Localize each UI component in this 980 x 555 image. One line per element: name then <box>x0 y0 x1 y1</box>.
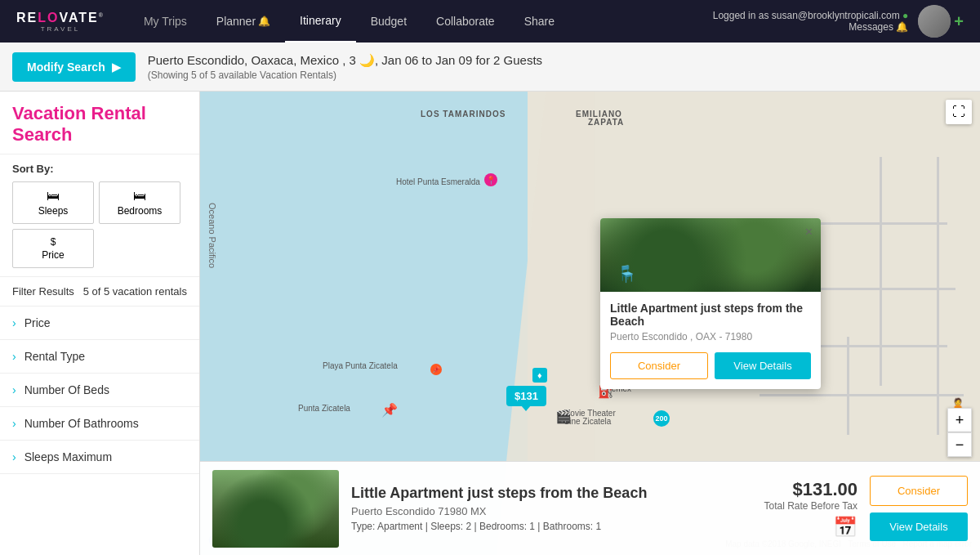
messages-label[interactable]: Messages <box>849 21 893 33</box>
logo-sub: TRAVEL <box>16 25 105 33</box>
map-label-playa: Playa Punta Zicatela <box>323 361 398 370</box>
avatar-image <box>918 5 951 38</box>
sort-bedrooms-button[interactable]: 🛏 Bedrooms <box>99 181 180 224</box>
online-indicator: ● <box>902 10 908 21</box>
modify-arrow-icon: ▶ <box>112 60 121 74</box>
popup-photo <box>600 218 821 292</box>
filter-rental-type[interactable]: › Rental Type <box>0 340 199 374</box>
nav-share[interactable]: Share <box>510 0 569 43</box>
result-action-buttons: Consider View Details <box>870 476 968 541</box>
map-label-punta: Punta Zicatela <box>298 404 350 413</box>
zoom-out-button[interactable]: − <box>947 432 972 457</box>
filter-rental-type-label: Rental Type <box>24 350 85 363</box>
map-pin-hotel: 📍 <box>484 173 497 186</box>
popup-property-image <box>600 218 821 292</box>
result-price-label: Total Rate Before Tax <box>764 500 858 512</box>
result-panel: Little Apartment just steps from the Bea… <box>200 461 980 555</box>
planner-bell-icon: 🔔 <box>258 16 270 27</box>
map-label-zapata: ZAPATA <box>588 118 624 127</box>
main-nav: My Trips Planner🔔 Itinerary Budget Colla… <box>129 0 713 43</box>
price-bubble-small[interactable]: ♦ <box>532 368 547 383</box>
map-road-v3 <box>847 337 849 435</box>
filter-price[interactable]: › Price <box>0 307 199 340</box>
zoom-controls: + − <box>947 408 972 457</box>
popup-close-button[interactable]: × <box>805 225 813 239</box>
filter-number-of-beds[interactable]: › Number Of Beds <box>0 374 199 407</box>
zoom-in-button[interactable]: + <box>947 408 972 432</box>
map-road-v2 <box>880 157 882 386</box>
chevron-right-icon: › <box>12 316 16 329</box>
add-icon[interactable]: + <box>954 12 964 31</box>
search-bar: Modify Search ▶ Puerto Escondido, Oaxaca… <box>0 43 980 92</box>
logo-r: RE <box>16 11 38 25</box>
popup-action-buttons: Consider View Details <box>610 352 811 379</box>
bedrooms-label: Bedrooms <box>118 205 163 217</box>
chevron-right-icon: › <box>12 450 16 463</box>
search-sub-text: (Showing 5 of 5 available Vacation Renta… <box>148 69 542 81</box>
price-label: Price <box>42 249 64 261</box>
header: RELOVATE® TRAVEL My Trips Planner🔔 Itine… <box>0 0 980 43</box>
sort-by-section: Sort By: 🛏 Sleeps 🛏 Bedrooms $ Price <box>0 154 199 277</box>
sleeps-icon: 🛏 <box>47 189 60 204</box>
chevron-right-icon: › <box>12 350 16 363</box>
result-details: Type: Apartment | Sleeps: 2 | Bedrooms: … <box>351 521 751 532</box>
header-user-info: Logged in as susan@brooklyntropicali.com… <box>713 10 909 33</box>
chevron-right-icon: › <box>12 417 16 430</box>
popup-consider-button[interactable]: Consider <box>610 352 708 379</box>
sidebar: Vacation Rental Search Sort By: 🛏 Sleeps… <box>0 92 200 555</box>
nav-budget[interactable]: Budget <box>356 0 421 43</box>
map-pin-200: 200 <box>653 410 670 427</box>
nav-collaborate[interactable]: Collaborate <box>421 0 510 43</box>
nav-planner[interactable]: Planner🔔 <box>202 0 285 43</box>
nav-my-trips[interactable]: My Trips <box>129 0 202 43</box>
search-main-text: Puerto Escondido, Oaxaca, Mexico , 3 🌙, … <box>148 53 542 68</box>
map-label-oceano: Oceano Pacifico <box>207 203 217 268</box>
filter-results-bar: Filter Results 5 of 5 vacation rentals <box>0 277 199 307</box>
fullscreen-icon: ⛶ <box>952 105 965 119</box>
sidebar-title: Vacation Rental Search <box>0 92 199 154</box>
result-price-section: $131.00 Total Rate Before Tax 📅 <box>764 479 858 539</box>
filter-results-count: 5 of 5 vacation rentals <box>83 285 187 298</box>
result-location: Puerto Escondido 71980 MX <box>351 505 751 517</box>
map-pin-punta: 📌 <box>381 402 393 414</box>
nav-itinerary[interactable]: Itinerary <box>285 0 356 43</box>
popup-view-details-button[interactable]: View Details <box>715 352 811 379</box>
filter-beds-label: Number Of Beds <box>24 383 109 396</box>
map-label-hotel: Hotel Punta Esmeralda <box>396 177 480 186</box>
modify-search-button[interactable]: Modify Search ▶ <box>12 52 136 82</box>
result-photo <box>212 470 339 548</box>
sort-sleeps-button[interactable]: 🛏 Sleeps <box>12 181 94 224</box>
bedrooms-icon: 🛏 <box>133 189 146 204</box>
filter-sleeps-label: Sleeps Maximum <box>24 450 112 463</box>
map-road-v1 <box>937 157 939 435</box>
filter-bathrooms-label: Number Of Bathrooms <box>24 417 139 430</box>
sort-buttons: 🛏 Sleeps 🛏 Bedrooms $ Price <box>12 181 187 268</box>
messages-bell-icon: 🔔 <box>896 21 908 33</box>
logged-in-text: Logged in as susan@brooklyntropicali.com <box>713 10 900 21</box>
main-content: Vacation Rental Search Sort By: 🛏 Sleeps… <box>0 92 980 555</box>
filter-bathrooms[interactable]: › Number Of Bathrooms <box>0 407 199 441</box>
result-title: Little Apartment just steps from the Bea… <box>351 485 751 502</box>
popup-title: Little Apartment just steps from the Bea… <box>610 302 811 328</box>
popup-location: Puerto Escondido , OAX - 71980 <box>610 331 811 342</box>
sort-by-label: Sort By: <box>12 163 187 175</box>
fullscreen-button[interactable]: ⛶ <box>946 100 972 124</box>
map-pin-movie: 🎬 <box>555 409 572 424</box>
sort-price-button[interactable]: $ Price <box>12 229 94 268</box>
search-info: Puerto Escondido, Oaxaca, Mexico , 3 🌙, … <box>148 53 542 81</box>
calendar-add-icon[interactable]: 📅 <box>764 516 858 539</box>
result-view-details-button[interactable]: View Details <box>870 512 968 541</box>
result-property-image <box>212 470 339 548</box>
map-popup: × Little Apartment just steps from the B… <box>600 218 821 389</box>
map-label-los-tamarindos: LOS TAMARINDOS <box>421 110 506 119</box>
result-price: $131.00 <box>764 479 858 500</box>
map-background: LOS TAMARINDOS EMILIANO ZAPATA Hotel Pun… <box>200 92 980 555</box>
filter-price-label: Price <box>24 316 51 329</box>
result-consider-button[interactable]: Consider <box>870 476 968 506</box>
map-pin-playa: 📌 <box>430 364 442 375</box>
filter-sleeps-maximum[interactable]: › Sleeps Maximum <box>0 441 199 474</box>
avatar[interactable] <box>918 5 951 38</box>
price-bubble-131[interactable]: $131 <box>506 386 546 406</box>
map-area[interactable]: LOS TAMARINDOS EMILIANO ZAPATA Hotel Pun… <box>200 92 980 555</box>
logo: RELOVATE® TRAVEL <box>16 11 105 33</box>
